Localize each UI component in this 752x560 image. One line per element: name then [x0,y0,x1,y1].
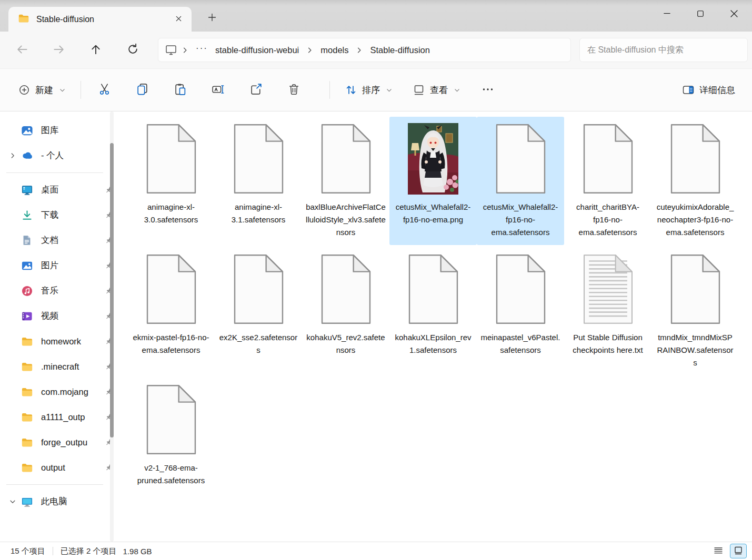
view-button[interactable]: 查看 [408,78,465,102]
file-item-tmndMix_tmndMixSPRAINBOW.safetensors[interactable]: tmndMix_tmndMixSPRAINBOW.safetensors [651,247,739,375]
tab-close-button[interactable] [171,12,186,27]
image-thumbnail [408,121,458,197]
selection-count: 已选择 2 个项目 [61,546,117,556]
circle-plus-icon [18,84,31,96]
breadcrumb-overflow-button[interactable]: ··· [196,43,208,54]
search-input[interactable] [587,45,740,55]
breadcrumb-segment[interactable]: Stable-diffusion [367,44,433,56]
file-name: kohakuXLEpsilon_rev1.safetensors [393,331,473,357]
ellipsis-icon [482,83,494,97]
share-button[interactable] [243,78,268,102]
file-item-kohakuV5_rev2.safetensors[interactable]: kohakuV5_rev2.safetensors [302,247,389,375]
chevron-down-icon[interactable] [5,498,20,505]
sidebar-item-label: 图库 [41,125,114,136]
rename-icon [212,83,225,97]
sidebar-item-output[interactable]: output [1,455,120,480]
breadcrumb-segment[interactable]: models [317,44,352,56]
text-file-icon [583,251,634,327]
sort-button[interactable]: 排序 [340,78,397,102]
sidebar-item-.minecraft[interactable]: .minecraft [1,354,120,379]
chevron-down-icon [454,87,460,94]
cut-button[interactable] [92,78,117,102]
sidebar-item-item[interactable]: 图片 [1,253,120,278]
sidebar-item-forge_outpu[interactable]: forge_outpu [1,430,120,455]
close-icon [730,9,738,19]
file-item-ekmix-pastel-fp16-no-ema.safetensors[interactable]: ekmix-pastel-fp16-no-ema.safetensors [127,247,215,375]
sidebar-item-item[interactable]: 文档 [1,228,120,253]
refresh-button[interactable] [121,38,144,62]
sidebar-item-com.mojang[interactable]: com.mojang [1,379,120,404]
file-item-kohakuXLEpsilon_rev1.safetensors[interactable]: kohakuXLEpsilon_rev1.safetensors [389,247,477,375]
explorer-tab[interactable]: Stable-diffusion [8,7,192,32]
sidebar-item-a1111_outp[interactable]: a1111_outp [1,404,120,430]
sidebar-item-item[interactable]: 此电脑 [1,489,120,514]
file-item-animagine-xl-3.0.safetensors[interactable]: animagine-xl-3.0.safetensors [127,117,215,245]
sidebar-item-item[interactable]: 图库 [1,118,120,143]
sidebar-item-homework[interactable]: homework [1,329,120,354]
file-item-charitt_charitBYA-fp16-no-ema.safetensors[interactable]: charitt_charitBYA-fp16-no-ema.safetensor… [564,117,651,245]
sidebar-item-item[interactable]: 视频 [1,303,120,329]
sort-button-label: 排序 [362,84,380,96]
thumbnail-view-button[interactable] [730,544,747,558]
close-button[interactable] [717,0,751,28]
plus-icon [208,13,216,23]
sidebar-scrollbar[interactable] [110,143,114,437]
file-item-v2-1_768-ema-pruned.safetensors[interactable]: v2-1_768-ema-pruned.safetensors [127,378,215,493]
sidebar-item-label: 此电脑 [41,496,114,507]
sidebar-item-label: .minecraft [41,362,103,372]
more-options-button[interactable] [475,78,500,102]
sidebar-item-item[interactable]: 桌面 [1,177,120,202]
file-item-meinapastel_v6Pastel.safetensors[interactable]: meinapastel_v6Pastel.safetensors [477,247,564,375]
sidebar-item-label: 桌面 [41,184,103,196]
sidebar-item-item[interactable]: 下载 [1,202,120,228]
sidebar-item-label: homework [41,337,103,347]
view-toggles [710,544,747,558]
onedrive-icon [20,149,34,162]
arrow-up-icon [89,43,103,58]
computer-icon[interactable] [165,44,177,56]
forward-button[interactable] [47,38,71,62]
details-button[interactable]: 详细信息 [678,78,739,102]
sidebar-item-item[interactable]: - 个人 [1,143,120,168]
chevron-right-icon[interactable] [5,152,20,159]
paste-button[interactable] [167,78,193,102]
file-item-ex2K_sse2.safetensors[interactable]: ex2K_sse2.safetensors [215,247,302,375]
status-bar: 15 个项目 已选择 2 个项目 1.98 GB [0,542,752,560]
file-item-cetusMix_Whalefall2-fp16-no-ema.safetensors[interactable]: cetusMix_Whalefall2-fp16-no-ema.safetens… [477,117,564,245]
sidebar-item-label: 图片 [41,260,103,271]
file-item-Put-Stable-Diffusion-checkpoints-here.txt[interactable]: Put Stable Diffusion checkpoints here.tx… [564,247,651,375]
maximize-icon [697,10,704,19]
list-view-button[interactable] [710,544,727,558]
details-pane-icon [682,84,695,96]
sidebar-item-item[interactable]: 音乐 [1,278,120,303]
close-icon [175,15,182,24]
documents-icon [20,234,34,247]
chevron-down-icon [59,87,66,94]
folder-icon [20,385,34,398]
breadcrumb-segment[interactable]: stable-diffusion-webui [212,44,302,56]
file-item-baxlBlueArchiveFlatCelluloidStyle_xlv3.safetensors[interactable]: baxlBlueArchiveFlatCelluloidStyle_xlv3.s… [302,117,389,245]
file-item-cuteyukimixAdorable_neochapter3-fp16-no-ema.safetensors[interactable]: cuteyukimixAdorable_neochapter3-fp16-no-… [651,117,739,245]
file-item-cetusMix_Whalefall2-fp16-no-ema.png[interactable]: cetusMix_Whalefall2-fp16-no-ema.png [389,117,477,245]
rename-button[interactable] [205,78,230,102]
toolbar-separator [329,81,330,99]
sidebar-separator [6,172,103,173]
delete-button[interactable] [281,78,306,102]
minimize-button[interactable] [650,0,684,28]
new-tab-button[interactable] [203,9,221,27]
maximize-button[interactable] [684,0,717,28]
this-pc-icon [20,495,34,508]
blank-file-icon [670,251,721,327]
copy-button[interactable] [129,78,155,102]
folder-icon [18,13,29,26]
new-button[interactable]: 新建 [14,78,70,102]
sidebar-item-label: 文档 [41,235,103,246]
status-divider [53,547,53,555]
file-name: tmndMix_tmndMixSPRAINBOW.safetensors [655,331,735,369]
file-item-animagine-xl-3.1.safetensors[interactable]: animagine-xl-3.1.safetensors [215,117,302,245]
file-name: cuteyukimixAdorable_neochapter3-fp16-no-… [655,201,735,239]
up-button[interactable] [84,38,107,62]
back-button[interactable] [11,38,34,62]
file-explorer-window: Stable-diffusion ··· stable-diffusion-we… [0,0,752,560]
folder-icon [20,360,34,373]
